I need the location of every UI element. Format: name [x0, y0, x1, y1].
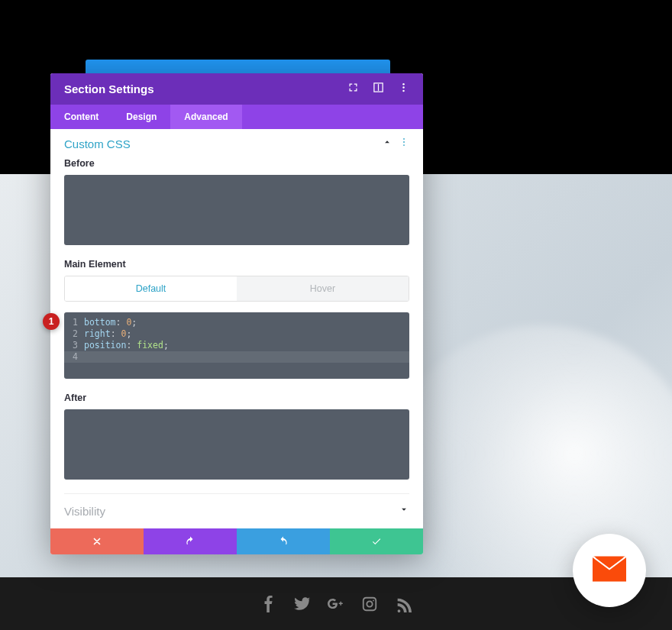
- after-label: After: [64, 393, 409, 403]
- mail-icon: [593, 556, 626, 585]
- custom-css-title: Custom CSS: [64, 137, 382, 150]
- tab-content[interactable]: Content: [50, 105, 112, 129]
- after-css-input[interactable]: [64, 409, 409, 480]
- module-tab-indicator: [86, 60, 390, 73]
- visibility-title: Visibility: [64, 505, 399, 518]
- save-button[interactable]: [330, 528, 423, 554]
- svg-point-4: [402, 90, 405, 92]
- hover-preview-icon[interactable]: [373, 82, 384, 96]
- google-plus-icon[interactable]: [328, 596, 344, 612]
- tab-advanced[interactable]: Advanced: [170, 105, 241, 129]
- more-vertical-icon[interactable]: [398, 82, 409, 96]
- undo-button[interactable]: [144, 528, 237, 554]
- options-more-icon[interactable]: [399, 137, 409, 150]
- svg-point-5: [403, 138, 405, 140]
- chat-fab[interactable]: [573, 534, 646, 607]
- twitter-icon[interactable]: [294, 596, 311, 612]
- chevron-up-icon[interactable]: [382, 137, 393, 150]
- modal-title: Section Settings: [64, 82, 347, 95]
- settings-tabs: Content Design Advanced: [50, 105, 423, 129]
- main-element-label: Main Element: [64, 259, 409, 270]
- svg-rect-1: [378, 84, 379, 91]
- svg-point-2: [402, 83, 405, 86]
- footer-social-bar: [0, 577, 672, 630]
- toggle-hover[interactable]: Hover: [237, 276, 409, 301]
- svg-point-7: [403, 144, 405, 146]
- rss-icon[interactable]: [395, 596, 412, 612]
- state-toggler: Default Hover: [64, 276, 409, 302]
- redo-button[interactable]: [237, 528, 330, 554]
- instagram-icon[interactable]: [361, 596, 378, 612]
- cancel-button[interactable]: [50, 528, 144, 554]
- visibility-section[interactable]: Visibility: [64, 493, 409, 524]
- annotation-badge-1: 1: [43, 313, 60, 330]
- facebook-icon[interactable]: [260, 596, 277, 612]
- chevron-down-icon[interactable]: [399, 504, 409, 518]
- expand-icon[interactable]: [347, 82, 359, 96]
- modal-header[interactable]: Section Settings: [50, 73, 423, 105]
- svg-point-3: [402, 86, 405, 89]
- toggle-default[interactable]: Default: [65, 276, 237, 301]
- modal-footer: [50, 528, 423, 554]
- before-css-input[interactable]: [64, 175, 409, 245]
- custom-css-header[interactable]: Custom CSS: [64, 137, 409, 150]
- svg-point-6: [403, 141, 405, 143]
- section-settings-modal: Section Settings Content Design Advanced…: [50, 73, 423, 554]
- before-label: Before: [64, 158, 409, 169]
- modal-body: Custom CSS Before Main Element Default H…: [50, 129, 423, 528]
- main-element-css-editor[interactable]: 1bottom: 0; 2right: 0; 3position: fixed;…: [64, 312, 409, 379]
- tab-design[interactable]: Design: [112, 105, 170, 129]
